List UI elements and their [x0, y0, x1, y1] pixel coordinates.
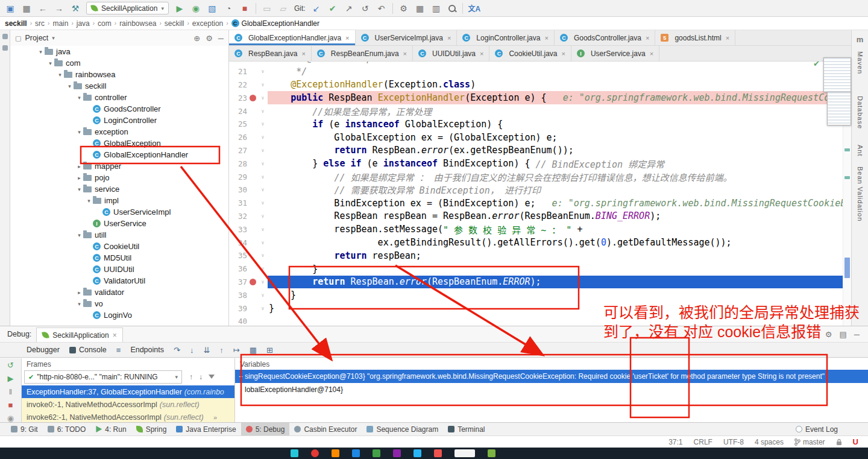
chevron-down-icon[interactable]: ▾ [75, 129, 83, 135]
taskbar-app-icon[interactable] [291, 449, 298, 457]
close-icon[interactable]: × [447, 34, 451, 42]
debug-session-tab[interactable]: SeckillApplication × [36, 328, 122, 342]
chevron-down-icon[interactable]: ▾ [75, 301, 83, 307]
tree-item-validator[interactable]: ▸validator [10, 286, 228, 298]
toolwindow-button-bean-validation[interactable]: Bean Validation [857, 166, 864, 221]
search-everywhere-icon[interactable] [447, 4, 457, 13]
breadcrumb-item[interactable]: com [98, 19, 112, 28]
chevron-down-icon[interactable]: ▾ [56, 72, 64, 78]
chevron-down-icon[interactable]: ▾ [46, 60, 54, 66]
layout-icon[interactable]: ▥ [431, 4, 442, 13]
tree-item-mapper[interactable]: ▸mapper [10, 160, 228, 172]
view-breakpoints-icon[interactable]: ◉ [7, 414, 14, 423]
toolwindow-button-debug[interactable]: 5: Debug [241, 423, 290, 436]
stack-frame-row[interactable]: invoke0:-1, NativeMethodAccessorImpl (su… [22, 398, 234, 411]
layout-icon[interactable]: ▤ [839, 330, 846, 339]
breadcrumb-item[interactable]: seckill [165, 19, 184, 28]
code-line-32[interactable]: 32∨ RespBean respBean = RespBean.error(R… [229, 210, 843, 223]
chevron-right-icon[interactable]: ▸ [75, 290, 83, 296]
toolwindow-button-maven[interactable]: Maven [857, 51, 864, 74]
chevron-down-icon[interactable]: ▾ [37, 49, 45, 55]
profiler-icon[interactable]: ◔ [223, 4, 234, 13]
filter-icon[interactable] [209, 375, 215, 379]
chevron-down-icon[interactable]: ▾ [52, 35, 55, 41]
git-commit-icon[interactable]: ✔ [327, 4, 338, 13]
close-icon[interactable]: × [403, 50, 407, 57]
expand-icon[interactable]: + [237, 373, 245, 380]
rollback-icon[interactable]: ↶ [376, 4, 387, 13]
code-line-37[interactable]: 37∨ return RespBean.error(RespBeanEnum.E… [229, 276, 843, 289]
taskbar-app-icon[interactable] [488, 449, 495, 457]
taskbar-app-icon[interactable] [373, 449, 380, 457]
step-out-icon[interactable]: ↑ [219, 346, 224, 355]
taskbar-app-icon[interactable] [393, 449, 401, 457]
list-icon[interactable]: ≡ [116, 346, 121, 355]
variable-row[interactable]: lobalExceptionHandler@7104} [235, 383, 868, 396]
code-line-33[interactable]: 33∨ respBean.setMessage(" 参 数 校 验 异 常 ~ … [229, 223, 843, 236]
editor-tab-goodslist-html[interactable]: 5goodsList.html× [655, 30, 735, 45]
frame-down-icon[interactable]: ↓ [199, 373, 203, 381]
stack-frame-row[interactable]: invoke62:-1, NativeMethodAccessorImpl (s… [22, 411, 234, 422]
build-icon[interactable]: ⚒ [70, 4, 81, 13]
locate-file-icon[interactable]: ⊕ [193, 34, 200, 43]
resume-icon[interactable]: ▶ [8, 374, 14, 383]
tree-item-service[interactable]: ▾service [10, 183, 228, 195]
tree-item-uuidutil[interactable]: CUUIDUtil [10, 264, 228, 275]
code-line-22[interactable]: 22∨ @ExceptionHandler(Exception.class) [229, 78, 843, 92]
code-line-28[interactable]: 28∨ } else if (e instanceof BindExceptio… [229, 157, 843, 170]
close-icon[interactable]: × [480, 50, 483, 57]
tree-item-globalexceptionhandler[interactable]: CGlobalExceptionHandler [10, 149, 228, 160]
tree-item-validatorutil[interactable]: CValidatorUtil [10, 275, 228, 286]
code-line-24[interactable]: 24∨ //如果是全局异常，正常处理 [229, 104, 843, 118]
run-to-cursor-icon[interactable]: ↦ [233, 346, 240, 355]
step-into-icon[interactable]: ↓ [190, 346, 194, 355]
chevron-right-icon[interactable]: ▸ [75, 175, 83, 181]
code-area[interactable]: 20 * @return RespBean21∨ */22∨ @Exceptio… [229, 52, 843, 326]
structure-toolwindow-icon[interactable] [2, 45, 8, 51]
stack-frame-row[interactable]: ExceptionHandler:37, GlobalExceptionHand… [22, 385, 234, 398]
taskbar-app-icon[interactable] [434, 449, 442, 457]
tree-item-rainbowsea[interactable]: ▾rainbowsea [10, 69, 228, 80]
frame-up-icon[interactable]: ↑ [189, 373, 193, 381]
close-icon[interactable]: × [562, 50, 565, 57]
editor-tab-globalexceptionhandler-java[interactable]: CGlobalExceptionHandler.java× [229, 30, 356, 45]
chevron-down-icon[interactable]: ▾ [75, 95, 83, 101]
tree-item-globalexception[interactable]: CGlobalException [10, 138, 228, 149]
file-encoding[interactable]: UTF-8 [723, 438, 744, 446]
chevron-down-icon[interactable]: ▾ [85, 198, 93, 204]
code-line-35[interactable]: 35∨ return respBean; [229, 249, 843, 262]
chevron-down-icon[interactable]: ▾ [75, 186, 83, 192]
rerun-icon[interactable]: ↺ [7, 361, 14, 370]
close-icon[interactable]: × [301, 50, 305, 57]
tree-item-java[interactable]: ▾java [10, 46, 228, 57]
tree-item-logincontroller[interactable]: CLoginController [10, 115, 228, 126]
close-icon[interactable]: × [345, 34, 349, 42]
thread-selector[interactable]: ✔ "http-nio-8080-e..." "main": RUNNING ▾ [24, 370, 182, 384]
editor-tab-userservice-java[interactable]: IUserService.java× [571, 46, 659, 61]
open-project-icon[interactable]: ▣ [5, 4, 16, 13]
force-step-into-icon[interactable]: ⇊ [203, 346, 210, 355]
code-line-36[interactable]: 36∨ } [229, 262, 843, 276]
editor-tab-logincontroller-java[interactable]: CLoginController.java× [457, 30, 555, 45]
close-icon[interactable]: × [113, 331, 117, 340]
tree-item-cookieutil[interactable]: CCookieUtil [10, 241, 228, 252]
editor-tab-goodscontroller-java[interactable]: CGoodsController.java× [555, 30, 656, 45]
code-line-34[interactable]: 34∨ ex.getBindingResult().getAllErrors()… [229, 236, 843, 249]
code-line-30[interactable]: 30∨ // 需要获取改异常 BindException， 进行打印 [229, 183, 843, 197]
toolwindow-button-git[interactable]: 9: Git [6, 423, 43, 436]
taskbar-app-icon[interactable] [414, 449, 421, 457]
breadcrumb-item[interactable]: rainbowsea [119, 19, 156, 28]
scrollbar-thumb[interactable] [844, 258, 850, 278]
run-configuration-select[interactable]: SeckillApplication ▾ [86, 2, 169, 14]
tree-item-seckill[interactable]: ▾seckill [10, 80, 228, 92]
save-all-icon[interactable]: ▦ [21, 4, 32, 13]
step-over-icon[interactable]: ↷ [174, 346, 180, 355]
settings-icon[interactable]: ⚙ [398, 4, 409, 13]
toolwindow-button-ant[interactable]: Ant [857, 145, 864, 157]
event-log-button[interactable]: Event Log [796, 425, 862, 434]
caret-position[interactable]: 37:1 [668, 438, 682, 446]
hide-panel-icon[interactable]: ─ [218, 34, 224, 43]
chevron-down-icon[interactable]: ▾ [75, 232, 83, 238]
code-line-25[interactable]: 25∨ if (e instanceof GlobalException) { [229, 118, 843, 131]
toolwindow-button-sequence[interactable]: Sequence Diagram [362, 423, 443, 436]
